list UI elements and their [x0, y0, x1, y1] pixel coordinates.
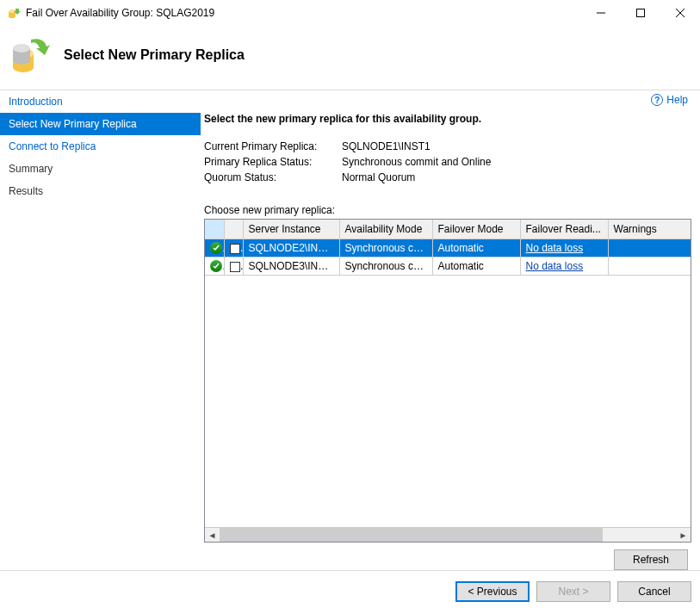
- content: Select the new primary replica for this …: [201, 113, 697, 570]
- wizard-icon: [10, 34, 52, 76]
- table-header-row: Server Instance Availability Mode Failov…: [205, 220, 691, 239]
- window-buttons: [581, 0, 700, 26]
- replica-table: Server Instance Availability Mode Failov…: [205, 220, 691, 276]
- current-primary-label: Current Primary Replica:: [204, 140, 342, 152]
- sidebar-item-summary[interactable]: Summary: [0, 158, 201, 180]
- help-icon: ?: [651, 94, 663, 106]
- quorum-row: Quorum Status: Normal Quorum: [204, 171, 691, 183]
- wizard-body: Introduction Select New Primary Replica …: [0, 90, 700, 570]
- cancel-button[interactable]: Cancel: [617, 581, 691, 602]
- table-row[interactable]: SQLNODE2\INST1 Synchronous co... Automat…: [205, 239, 691, 257]
- row-server-instance: SQLNODE2\INST1: [243, 239, 339, 257]
- col-failover-mode[interactable]: Failover Mode: [432, 220, 520, 239]
- row-server-instance: SQLNODE3\INST3: [243, 257, 339, 276]
- col-server-instance[interactable]: Server Instance: [243, 220, 339, 239]
- wizard-header: Select New Primary Replica: [0, 26, 700, 90]
- main-panel: ? Help Select the new primary replica fo…: [201, 90, 700, 570]
- titlebar: Fail Over Availability Group: SQLAG2019: [0, 0, 700, 26]
- row-checkbox[interactable]: [224, 257, 243, 276]
- current-primary-value: SQLNODE1\INST1: [342, 140, 431, 152]
- svg-rect-4: [637, 9, 645, 17]
- sidebar-item-results[interactable]: Results: [0, 180, 201, 202]
- scroll-left-icon[interactable]: ◄: [205, 528, 220, 543]
- row-failover-mode: Automatic: [432, 239, 520, 257]
- choose-label: Choose new primary replica:: [204, 204, 691, 216]
- col-status[interactable]: [205, 220, 224, 239]
- minimize-button[interactable]: [581, 0, 621, 26]
- row-status-icon: [205, 257, 224, 276]
- scroll-right-icon[interactable]: ►: [676, 528, 691, 543]
- sidebar-item-introduction[interactable]: Introduction: [0, 90, 201, 113]
- horizontal-scrollbar[interactable]: ◄ ►: [205, 527, 691, 542]
- svg-point-12: [13, 44, 30, 53]
- row-availability-mode: Synchronous co...: [339, 239, 432, 257]
- wizard-window: Fail Over Availability Group: SQLAG2019: [0, 0, 700, 614]
- quorum-label: Quorum Status:: [204, 171, 342, 183]
- primary-status-label: Primary Replica Status:: [204, 156, 342, 168]
- instruction-text: Select the new primary replica for this …: [204, 113, 691, 125]
- quorum-value: Normal Quorum: [342, 171, 415, 183]
- app-icon: [7, 6, 21, 20]
- close-button[interactable]: [660, 0, 700, 26]
- wizard-sidebar: Introduction Select New Primary Replica …: [0, 90, 201, 570]
- scroll-thumb[interactable]: [220, 528, 603, 543]
- next-button[interactable]: Next >: [536, 581, 610, 602]
- row-failover-readiness: No data loss: [520, 257, 608, 276]
- scroll-track[interactable]: [220, 528, 676, 543]
- help-bar: ? Help: [201, 90, 697, 113]
- col-availability-mode[interactable]: Availability Mode: [339, 220, 432, 239]
- primary-status-row: Primary Replica Status: Synchronous comm…: [204, 156, 691, 168]
- col-check[interactable]: [224, 220, 243, 239]
- window-title: Fail Over Availability Group: SQLAG2019: [26, 7, 214, 19]
- col-warnings[interactable]: Warnings: [608, 220, 691, 239]
- refresh-row: Refresh: [204, 543, 691, 570]
- wizard-footer: < Previous Next > Cancel: [0, 570, 700, 614]
- current-primary-row: Current Primary Replica: SQLNODE1\INST1: [204, 140, 691, 152]
- row-availability-mode: Synchronous co...: [339, 257, 432, 276]
- sidebar-item-connect-replica[interactable]: Connect to Replica: [0, 135, 201, 158]
- row-failover-readiness: No data loss: [520, 239, 608, 257]
- col-failover-readiness[interactable]: Failover Readi...: [520, 220, 608, 239]
- sidebar-item-select-replica[interactable]: Select New Primary Replica: [0, 113, 201, 135]
- row-warnings: [608, 239, 691, 257]
- help-label: Help: [666, 94, 688, 106]
- readiness-link[interactable]: No data loss: [526, 242, 584, 254]
- row-status-icon: [205, 239, 224, 257]
- page-title: Select New Primary Replica: [64, 47, 245, 63]
- refresh-button[interactable]: Refresh: [614, 549, 688, 570]
- previous-button[interactable]: < Previous: [455, 581, 530, 602]
- maximize-button[interactable]: [621, 0, 660, 26]
- row-failover-mode: Automatic: [432, 257, 520, 276]
- grid-body: Server Instance Availability Mode Failov…: [205, 220, 691, 527]
- readiness-link[interactable]: No data loss: [526, 260, 584, 272]
- help-link[interactable]: ? Help: [651, 94, 688, 106]
- replica-grid: Server Instance Availability Mode Failov…: [204, 219, 691, 543]
- row-checkbox[interactable]: [224, 239, 243, 257]
- table-row[interactable]: SQLNODE3\INST3 Synchronous co... Automat…: [205, 257, 691, 276]
- primary-status-value: Synchronous commit and Online: [342, 156, 491, 168]
- row-warnings: [608, 257, 691, 276]
